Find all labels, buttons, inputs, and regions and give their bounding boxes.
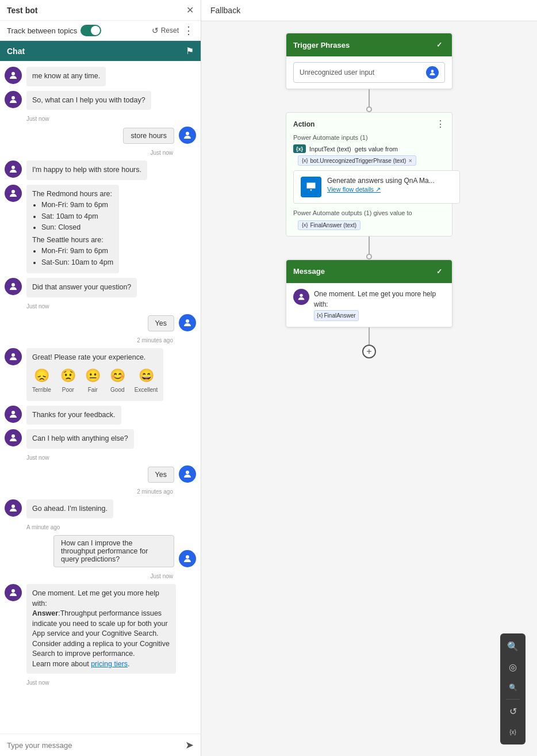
panel-title: Fallback: [210, 6, 240, 15]
reset-button[interactable]: ↺ Reset: [152, 26, 179, 35]
rating-excellent[interactable]: 😄 Excellent: [135, 367, 158, 394]
svg-point-15: [300, 293, 302, 296]
bot-avatar: [5, 278, 22, 295]
track-label: Track between topics: [7, 26, 77, 35]
zoom-out-button[interactable]: 🔍: [504, 678, 522, 697]
trigger-title: Trigger Phrases: [293, 41, 350, 49]
svg-point-4: [11, 190, 15, 193]
bot-avatar: [5, 185, 22, 202]
timestamp: 2 minutes ago: [5, 337, 196, 343]
input-text-badge: {x}: [293, 144, 306, 153]
chat-input[interactable]: [7, 741, 181, 750]
final-answer-inline: {x} FinalAnswer: [314, 310, 359, 321]
qna-link[interactable]: View flow details ↗: [327, 186, 381, 193]
svg-point-2: [186, 132, 189, 135]
trigger-input[interactable]: Unrecognized user input: [293, 62, 445, 83]
user-bubble: store hours: [123, 128, 174, 144]
bottom-toolbar: 🔍 ◎ 🔍 ↺ {x}: [500, 633, 526, 744]
bot-avatar: [5, 429, 22, 446]
timestamp: A minute ago: [26, 524, 196, 530]
message-card-header: Message ✓: [286, 260, 452, 283]
user-bubble: Yes: [148, 315, 174, 331]
qna-title: Generate answers using QnA Ma...: [327, 177, 435, 185]
bot-bubble: Can I help with anything else?: [26, 429, 134, 449]
timestamp: Just now: [26, 679, 196, 686]
chat-body[interactable]: me know at any time. So, what can I help…: [0, 61, 201, 734]
target-button[interactable]: ◎: [504, 658, 522, 676]
pricing-link[interactable]: pricing tiers: [91, 660, 128, 668]
trigger-card-header: Trigger Phrases ✓: [286, 33, 452, 56]
bot-message-2: So, what can I help you with today?: [5, 91, 196, 110]
user-avatar: [179, 465, 196, 483]
var-text: bot.UnrecognizedTriggerPhrase (text): [310, 158, 406, 164]
refresh-button[interactable]: ↺: [504, 702, 522, 720]
user-icon: [426, 66, 439, 79]
add-node-button[interactable]: +: [362, 345, 376, 358]
bot-avatar: [5, 348, 22, 365]
svg-point-7: [11, 353, 15, 357]
svg-point-13: [11, 589, 15, 593]
user-avatar: [179, 550, 196, 567]
svg-point-1: [11, 96, 15, 100]
bot-bubble: Great! Please rate your experience. 😞 Te…: [26, 348, 163, 401]
chat-input-area: ➤: [0, 734, 201, 756]
svg-point-12: [186, 555, 189, 559]
connector-line-2: [369, 236, 370, 254]
var-remove-button[interactable]: ×: [408, 157, 412, 164]
track-toggle[interactable]: [80, 25, 101, 36]
hours-bubble: The Redmond hours are: Mon-Fri: 9am to 6…: [26, 185, 119, 274]
action-more-icon[interactable]: ⋮: [436, 119, 445, 129]
right-panel: Fallback Trigger Phrases ✓ Unrecognized …: [201, 0, 537, 756]
user-message-3: Yes: [5, 465, 196, 483]
user-avatar: [179, 127, 196, 144]
svg-point-5: [11, 283, 15, 287]
bot-bubble: Did that answer your question?: [26, 278, 137, 297]
rating-fair[interactable]: 😐 Fair: [85, 367, 101, 394]
check-icon: ✓: [434, 39, 445, 51]
bot-message-1: me know at any time.: [5, 67, 196, 86]
pa-input-row: {x} InputText (text) gets value from: [293, 144, 445, 153]
pa-inputs-label: Power Automate inputs (1): [293, 134, 445, 141]
svg-point-14: [431, 70, 434, 72]
bot-avatar: [5, 499, 22, 517]
close-button[interactable]: ✕: [186, 5, 194, 16]
svg-point-0: [11, 72, 15, 75]
right-header: Fallback: [201, 0, 537, 21]
timestamp: Just now: [26, 303, 196, 310]
trigger-input-text: Unrecognized user input: [300, 68, 374, 77]
trigger-card: Trigger Phrases ✓ Unrecognized user inpu…: [286, 33, 452, 89]
input-text-label: InputText (text): [309, 146, 351, 152]
bot-avatar: [5, 91, 22, 108]
chat-title: Chat: [7, 47, 25, 56]
connector-line-3: [369, 327, 370, 345]
flag-icon: ⚑: [186, 45, 194, 56]
action-card: Action ⋮ Power Automate inputs (1) {x} I…: [286, 112, 452, 236]
toolbar-divider: [506, 699, 520, 700]
variable-button[interactable]: {x}: [504, 723, 522, 741]
svg-point-11: [11, 505, 15, 508]
answer-bubble: One moment. Let me get you more help wit…: [26, 584, 176, 674]
var-icon2: {x}: [302, 222, 308, 228]
rating-good[interactable]: 😊 Good: [110, 367, 125, 394]
msg-avatar: [293, 289, 309, 305]
bot-message-hours: The Redmond hours are: Mon-Fri: 9am to 6…: [5, 185, 196, 274]
app-title: Test bot: [7, 6, 37, 15]
zoom-in-button[interactable]: 🔍: [504, 637, 522, 655]
bot-message-3: I'm happy to help with store hours.: [5, 161, 196, 180]
more-button[interactable]: ⋮: [183, 24, 194, 37]
reset-icon: ↺: [152, 26, 159, 35]
message-text: One moment. Let me get you more help wit…: [314, 289, 445, 321]
bot-message-5: Great! Please rate your experience. 😞 Te…: [5, 348, 196, 401]
redmond-list: Mon-Fri: 9am to 6pm Sat: 10am to 4pm Sun…: [41, 200, 113, 233]
action-title: Action: [293, 120, 314, 128]
rating-terrible[interactable]: 😞 Terrible: [32, 367, 51, 394]
user-message-4: How can I improve the throughput perform…: [5, 535, 196, 567]
pa-outputs-label: Power Automate outputs (1) gives value t…: [293, 209, 445, 216]
rating-row: 😞 Terrible 😟 Poor 😐 Fair 😊 Good: [32, 367, 158, 394]
flow-canvas: Trigger Phrases ✓ Unrecognized user inpu…: [201, 21, 537, 756]
left-panel: Test bot ✕ Track between topics ↺ Reset …: [0, 0, 201, 756]
chat-header: Chat ⚑: [0, 41, 201, 61]
rating-poor[interactable]: 😟 Poor: [60, 367, 76, 394]
send-button[interactable]: ➤: [185, 739, 194, 751]
message-body: One moment. Let me get you more help wit…: [286, 283, 452, 327]
